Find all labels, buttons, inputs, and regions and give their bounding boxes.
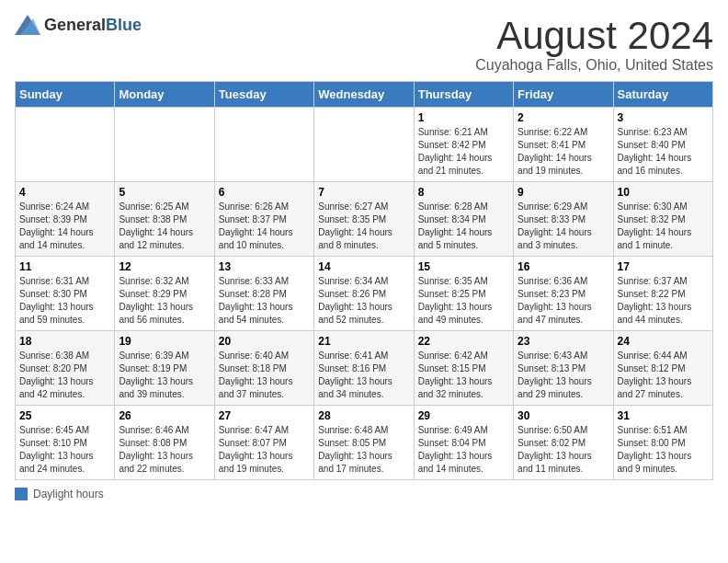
day-info: Sunrise: 6:27 AM Sunset: 8:35 PM Dayligh… [318, 201, 409, 252]
day-info: Sunrise: 6:29 AM Sunset: 8:33 PM Dayligh… [518, 201, 609, 252]
calendar-cell: 5Sunrise: 6:25 AM Sunset: 8:38 PM Daylig… [115, 182, 214, 257]
day-number: 8 [418, 186, 509, 199]
day-number: 12 [119, 260, 210, 273]
calendar-cell [115, 108, 214, 182]
day-number: 16 [518, 260, 609, 273]
calendar-cell: 30Sunrise: 6:50 AM Sunset: 8:02 PM Dayli… [514, 406, 613, 480]
calendar-cell: 27Sunrise: 6:47 AM Sunset: 8:07 PM Dayli… [214, 406, 313, 480]
header: GeneralBlue August 2024 Cuyahoga Falls, … [15, 15, 713, 74]
day-number: 22 [418, 335, 509, 348]
day-header-tuesday: Tuesday [214, 82, 313, 108]
calendar-cell: 25Sunrise: 6:45 AM Sunset: 8:10 PM Dayli… [16, 406, 115, 480]
day-number: 31 [618, 409, 709, 422]
calendar-cell: 24Sunrise: 6:44 AM Sunset: 8:12 PM Dayli… [613, 331, 712, 406]
month-title: August 2024 [475, 15, 713, 57]
day-number: 18 [19, 335, 110, 348]
day-number: 24 [618, 335, 709, 348]
day-info: Sunrise: 6:46 AM Sunset: 8:08 PM Dayligh… [119, 424, 210, 476]
calendar-cell: 31Sunrise: 6:51 AM Sunset: 8:00 PM Dayli… [613, 406, 712, 480]
day-number: 21 [318, 335, 409, 348]
calendar-cell: 12Sunrise: 6:32 AM Sunset: 8:29 PM Dayli… [115, 257, 214, 331]
logo: GeneralBlue [15, 15, 142, 35]
day-info: Sunrise: 6:47 AM Sunset: 8:07 PM Dayligh… [219, 424, 310, 476]
day-info: Sunrise: 6:30 AM Sunset: 8:32 PM Dayligh… [618, 201, 709, 252]
day-number: 14 [318, 260, 409, 273]
day-info: Sunrise: 6:43 AM Sunset: 8:13 PM Dayligh… [518, 350, 609, 401]
calendar-week-row: 1Sunrise: 6:21 AM Sunset: 8:42 PM Daylig… [16, 108, 713, 182]
day-info: Sunrise: 6:21 AM Sunset: 8:42 PM Dayligh… [418, 126, 509, 178]
day-header-monday: Monday [115, 82, 214, 108]
day-info: Sunrise: 6:32 AM Sunset: 8:29 PM Dayligh… [119, 275, 210, 327]
calendar-cell: 17Sunrise: 6:37 AM Sunset: 8:22 PM Dayli… [613, 257, 712, 331]
calendar-cell: 3Sunrise: 6:23 AM Sunset: 8:40 PM Daylig… [613, 108, 712, 182]
location-title: Cuyahoga Falls, Ohio, United States [475, 57, 713, 74]
day-info: Sunrise: 6:49 AM Sunset: 8:04 PM Dayligh… [418, 424, 509, 476]
logo-text-general: General [44, 16, 106, 34]
day-number: 10 [618, 186, 709, 199]
day-number: 29 [418, 409, 509, 422]
calendar-week-row: 11Sunrise: 6:31 AM Sunset: 8:30 PM Dayli… [16, 257, 713, 331]
calendar-cell: 21Sunrise: 6:41 AM Sunset: 8:16 PM Dayli… [314, 331, 414, 406]
calendar-cell [214, 108, 313, 182]
day-info: Sunrise: 6:42 AM Sunset: 8:15 PM Dayligh… [418, 350, 509, 401]
calendar-week-row: 4Sunrise: 6:24 AM Sunset: 8:39 PM Daylig… [16, 182, 713, 257]
calendar-cell: 8Sunrise: 6:28 AM Sunset: 8:34 PM Daylig… [414, 182, 513, 257]
day-number: 11 [19, 260, 110, 273]
day-header-friday: Friday [514, 82, 613, 108]
calendar-cell [314, 108, 414, 182]
calendar-cell: 26Sunrise: 6:46 AM Sunset: 8:08 PM Dayli… [115, 406, 214, 480]
day-number: 17 [618, 260, 709, 273]
calendar-cell: 15Sunrise: 6:35 AM Sunset: 8:25 PM Dayli… [414, 257, 513, 331]
legend: Daylight hours [15, 488, 713, 500]
day-number: 3 [618, 111, 709, 124]
day-info: Sunrise: 6:35 AM Sunset: 8:25 PM Dayligh… [418, 275, 509, 327]
calendar-cell: 16Sunrise: 6:36 AM Sunset: 8:23 PM Dayli… [514, 257, 613, 331]
day-number: 27 [219, 409, 310, 422]
day-number: 25 [19, 409, 110, 422]
day-number: 19 [119, 335, 210, 348]
day-info: Sunrise: 6:34 AM Sunset: 8:26 PM Dayligh… [318, 275, 409, 327]
calendar-cell: 10Sunrise: 6:30 AM Sunset: 8:32 PM Dayli… [613, 182, 712, 257]
day-header-wednesday: Wednesday [314, 82, 414, 108]
logo-text-blue: Blue [106, 16, 142, 34]
day-info: Sunrise: 6:24 AM Sunset: 8:39 PM Dayligh… [19, 201, 110, 252]
day-number: 7 [318, 186, 409, 199]
day-number: 2 [518, 111, 609, 124]
calendar-cell: 1Sunrise: 6:21 AM Sunset: 8:42 PM Daylig… [414, 108, 513, 182]
day-info: Sunrise: 6:23 AM Sunset: 8:40 PM Dayligh… [618, 126, 709, 178]
calendar-cell: 22Sunrise: 6:42 AM Sunset: 8:15 PM Dayli… [414, 331, 513, 406]
day-info: Sunrise: 6:36 AM Sunset: 8:23 PM Dayligh… [518, 275, 609, 327]
day-info: Sunrise: 6:41 AM Sunset: 8:16 PM Dayligh… [318, 350, 409, 401]
calendar-cell: 11Sunrise: 6:31 AM Sunset: 8:30 PM Dayli… [16, 257, 115, 331]
calendar-cell: 28Sunrise: 6:48 AM Sunset: 8:05 PM Dayli… [314, 406, 414, 480]
day-number: 30 [518, 409, 609, 422]
calendar-cell: 9Sunrise: 6:29 AM Sunset: 8:33 PM Daylig… [514, 182, 613, 257]
day-info: Sunrise: 6:22 AM Sunset: 8:41 PM Dayligh… [518, 126, 609, 178]
day-number: 15 [418, 260, 509, 273]
calendar-cell: 4Sunrise: 6:24 AM Sunset: 8:39 PM Daylig… [16, 182, 115, 257]
day-info: Sunrise: 6:45 AM Sunset: 8:10 PM Dayligh… [19, 424, 110, 476]
day-number: 13 [219, 260, 310, 273]
calendar-cell: 29Sunrise: 6:49 AM Sunset: 8:04 PM Dayli… [414, 406, 513, 480]
day-number: 26 [119, 409, 210, 422]
calendar-header-row: SundayMondayTuesdayWednesdayThursdayFrid… [16, 82, 713, 108]
day-number: 20 [219, 335, 310, 348]
calendar-week-row: 25Sunrise: 6:45 AM Sunset: 8:10 PM Dayli… [16, 406, 713, 480]
calendar-cell: 7Sunrise: 6:27 AM Sunset: 8:35 PM Daylig… [314, 182, 414, 257]
day-info: Sunrise: 6:31 AM Sunset: 8:30 PM Dayligh… [19, 275, 110, 327]
day-number: 5 [119, 186, 210, 199]
calendar-week-row: 18Sunrise: 6:38 AM Sunset: 8:20 PM Dayli… [16, 331, 713, 406]
day-info: Sunrise: 6:44 AM Sunset: 8:12 PM Dayligh… [618, 350, 709, 401]
calendar-cell [16, 108, 115, 182]
day-number: 28 [318, 409, 409, 422]
day-info: Sunrise: 6:37 AM Sunset: 8:22 PM Dayligh… [618, 275, 709, 327]
day-header-saturday: Saturday [613, 82, 712, 108]
calendar-cell: 2Sunrise: 6:22 AM Sunset: 8:41 PM Daylig… [514, 108, 613, 182]
day-info: Sunrise: 6:50 AM Sunset: 8:02 PM Dayligh… [518, 424, 609, 476]
logo-icon [15, 15, 40, 35]
calendar-table: SundayMondayTuesdayWednesdayThursdayFrid… [15, 81, 713, 480]
day-info: Sunrise: 6:39 AM Sunset: 8:19 PM Dayligh… [119, 350, 210, 401]
day-header-sunday: Sunday [16, 82, 115, 108]
title-area: August 2024 Cuyahoga Falls, Ohio, United… [475, 15, 713, 74]
day-number: 1 [418, 111, 509, 124]
